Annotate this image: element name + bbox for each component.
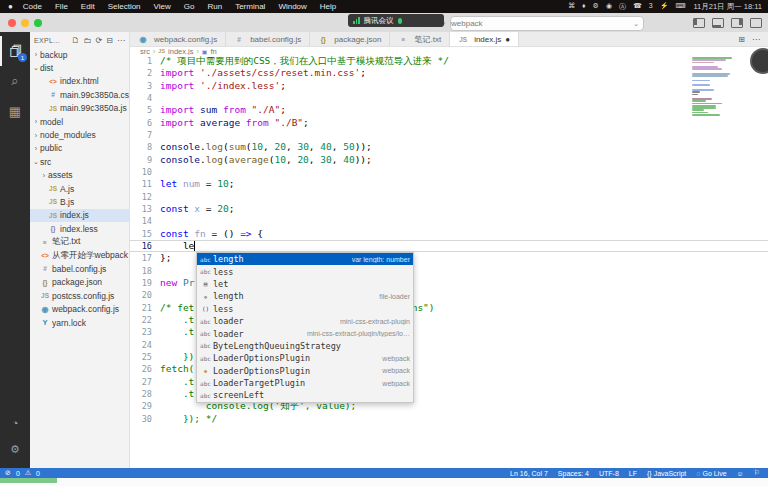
file-tree-item[interactable]: ›backup: [30, 48, 129, 61]
file-tree-item[interactable]: ⌄dist: [30, 61, 129, 74]
feedback-icon[interactable]: ☺: [737, 470, 744, 477]
search-activity-icon[interactable]: ⌕: [0, 66, 30, 96]
code-token: ));: [355, 154, 372, 165]
tab-笔记.txt[interactable]: ≡笔记.txt: [390, 32, 450, 46]
file-tree-item[interactable]: ›assets: [30, 169, 129, 182]
menu-status-icon[interactable]: ⌘: [568, 2, 575, 12]
chevron-icon: ›: [32, 118, 40, 125]
file-tree-item[interactable]: <>从零开始学webpack「v5.0…: [30, 249, 129, 262]
menu-status-icon[interactable]: ◉: [606, 2, 612, 12]
collapse-all-icon[interactable]: ⊟: [106, 36, 113, 45]
file-tree-item[interactable]: #main.99c3850a.css: [30, 88, 129, 101]
settings-gear-icon[interactable]: ⚙: [0, 434, 30, 464]
more-actions-icon[interactable]: ⋯: [752, 35, 760, 44]
suggestion-label: length: [213, 291, 244, 301]
suggest-item[interactable]: ◆LoaderOptionsPluginwebpack: [197, 365, 413, 377]
file-name: A.js: [60, 184, 74, 194]
menu-status-icon[interactable]: ⌨: [675, 2, 685, 12]
file-tree-item[interactable]: JSpostcss.config.js: [30, 289, 129, 302]
tab-webpack.config.js[interactable]: ◉webpack.config.js: [130, 32, 226, 46]
code-line: 8console.log(sum(10, 20, 30, 40, 50));: [130, 141, 768, 153]
line-number: 27: [130, 376, 160, 388]
tab-babel.config.js[interactable]: #babel.config.js: [226, 32, 310, 46]
line-number: 2: [130, 67, 160, 79]
menu-item-edit[interactable]: Edit: [81, 2, 95, 11]
toggle-sidebar-icon[interactable]: [693, 18, 705, 28]
file-tree-item[interactable]: ◉webpack.config.js: [30, 302, 129, 315]
tab-package.json[interactable]: {}package.json: [310, 32, 390, 46]
indentation[interactable]: Spaces: 4: [558, 470, 589, 477]
menu-item-run[interactable]: Run: [207, 2, 222, 11]
menu-clock[interactable]: 11月21日 周一 18:11: [693, 2, 762, 12]
new-file-icon[interactable]: 🗋: [72, 36, 80, 45]
zoom-window-button[interactable]: [34, 19, 42, 27]
more-icon[interactable]: ⋯: [117, 36, 125, 45]
toggle-panel-icon[interactable]: [712, 18, 724, 28]
file-tree-item[interactable]: JSmain.99c3850a.js: [30, 102, 129, 115]
suggest-item[interactable]: ▤let: [197, 278, 413, 290]
suggest-item[interactable]: abcLoaderTargetPluginwebpack: [197, 377, 413, 389]
file-tree-item[interactable]: {}package.json: [30, 276, 129, 289]
menu-status-icon[interactable]: ♦: [582, 2, 586, 12]
breadcrumb: src›JSindex.js›▣fn: [130, 47, 768, 55]
file-tree-item[interactable]: #babel.config.js: [30, 262, 129, 275]
toggle-secondary-sidebar-icon[interactable]: [731, 18, 743, 28]
suggest-item[interactable]: abcloadermini-css-extract-plugin: [197, 315, 413, 327]
file-tree-item[interactable]: ›model: [30, 115, 129, 128]
suggest-item[interactable]: abcByteLengthQueuingStrategy: [197, 340, 413, 352]
menu-item-window[interactable]: Window: [278, 2, 306, 11]
menu-status-icon[interactable]: Ⓐ: [619, 2, 626, 12]
file-tree-item[interactable]: JSindex.js: [30, 209, 129, 222]
suggest-item[interactable]: abcless: [197, 265, 413, 277]
file-tree-item[interactable]: JSA.js: [30, 182, 129, 195]
meeting-overlay[interactable]: 腾讯会议: [348, 14, 444, 27]
encoding[interactable]: UTF-8: [599, 470, 619, 477]
menu-item-help[interactable]: Help: [320, 2, 336, 11]
menu-item-go[interactable]: Go: [184, 2, 195, 11]
file-tree-item[interactable]: JSB.js: [30, 195, 129, 208]
file-tree-item[interactable]: ›node_modules: [30, 128, 129, 141]
menu-status-icon[interactable]: ☎: [633, 2, 642, 12]
tab-index.js[interactable]: JSindex.js●: [450, 32, 519, 46]
customize-layout-icon[interactable]: [750, 18, 762, 28]
go-live-button[interactable]: ◌ Go Live: [696, 470, 726, 477]
menu-status-icon[interactable]: ⚡: [660, 2, 669, 12]
menu-item-view[interactable]: View: [154, 2, 171, 11]
command-center[interactable]: webpack ⌄: [450, 16, 644, 31]
close-window-button[interactable]: [8, 19, 16, 27]
cursor-position[interactable]: Ln 16, Col 7: [510, 470, 548, 477]
minimize-window-button[interactable]: [21, 19, 29, 27]
notifications-icon[interactable]: ⚐: [754, 469, 760, 477]
file-tree-item[interactable]: <>index.html: [30, 75, 129, 88]
eol[interactable]: LF: [629, 470, 637, 477]
menu-item-selection[interactable]: Selection: [108, 2, 141, 11]
menu-status-icon[interactable]: 3: [649, 2, 653, 12]
suggest-item[interactable]: abcloadermini-css-extract-plugin/types/l…: [197, 327, 413, 339]
suggest-item[interactable]: abcLoaderOptionsPluginwebpack: [197, 352, 413, 364]
file-tree-item[interactable]: Yyarn.lock: [30, 316, 129, 329]
file-tree-item[interactable]: ≡笔记.txt: [30, 235, 129, 248]
menu-item-terminal[interactable]: Terminal: [235, 2, 265, 11]
menu-item-code[interactable]: Code: [23, 2, 42, 11]
problems-status[interactable]: ⊘ 0 ⚠ 0: [0, 469, 40, 477]
menu-item-file[interactable]: File: [55, 2, 68, 11]
minimap[interactable]: [692, 57, 744, 116]
minimap-line: [692, 94, 698, 96]
apple-menu-icon[interactable]: ●: [8, 2, 13, 11]
suggest-item[interactable]: ❖lengthfile-loader: [197, 290, 413, 302]
file-tree-item[interactable]: ›public: [30, 142, 129, 155]
suggest-item[interactable]: ()less: [197, 303, 413, 315]
file-tree-item[interactable]: {}index.less: [30, 222, 129, 235]
text-suggestion-icon: abc: [200, 380, 211, 387]
explorer-activity-icon[interactable]: 🗍 1: [0, 36, 30, 66]
extensions-activity-icon[interactable]: ▦: [0, 96, 30, 126]
suggest-item[interactable]: abcscreenLeft: [197, 389, 413, 401]
language-mode[interactable]: {} JavaScript: [647, 470, 686, 477]
split-editor-icon[interactable]: ⊞: [738, 35, 745, 44]
new-folder-icon[interactable]: 🗀: [84, 36, 92, 45]
refresh-icon[interactable]: ⟳: [96, 36, 103, 45]
file-tree-item[interactable]: ⌄src: [30, 155, 129, 168]
line-content: .t: [160, 314, 194, 326]
suggest-item[interactable]: abclengthvar length: number: [197, 253, 413, 265]
menu-status-icon[interactable]: ⚙: [593, 2, 599, 12]
